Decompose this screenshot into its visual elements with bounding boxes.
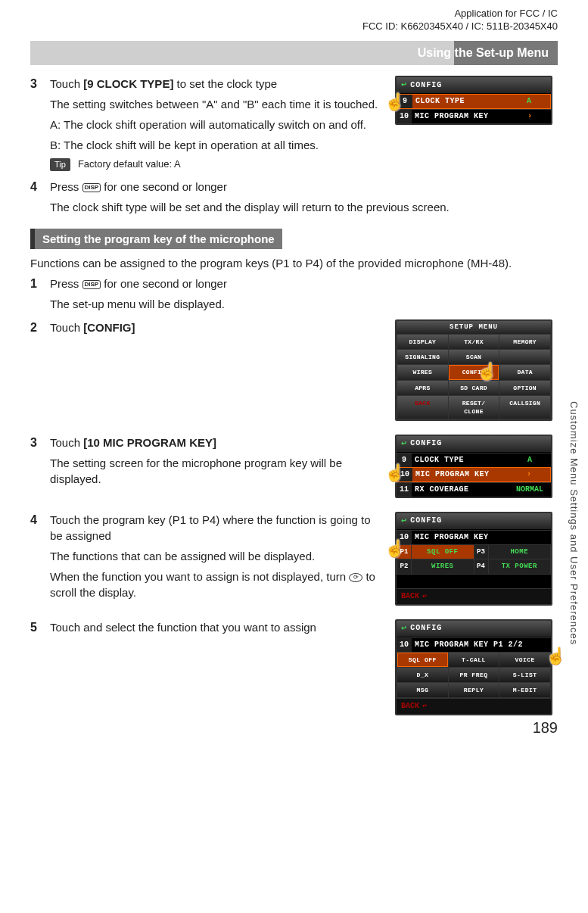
menu-reset-clone[interactable]: RESET/ CLONE bbox=[449, 396, 499, 419]
option-b: B: The clock shift will be kept in opera… bbox=[50, 137, 383, 153]
menu-data[interactable]: DATA bbox=[499, 365, 550, 379]
back-arrow-icon: ↩ bbox=[401, 438, 407, 450]
ref-9-clock-type: [9 CLOCK TYPE] bbox=[83, 77, 173, 90]
row-num: 10 bbox=[397, 110, 412, 123]
row-label: RX COVERAGE bbox=[412, 483, 509, 497]
step-number: 4 bbox=[30, 179, 50, 220]
row-label: MIC PROGRAM KEY bbox=[412, 110, 509, 123]
row-value: A bbox=[508, 95, 550, 108]
pkey-p2[interactable]: P2 bbox=[397, 559, 411, 574]
step-5: 5 Touch and select the function that you… bbox=[30, 619, 383, 640]
row-value: A bbox=[509, 453, 551, 467]
page-number: 189 bbox=[533, 717, 558, 738]
header-line1: Application for FCC / IC bbox=[30, 8, 558, 20]
step3-desc: The setting switches between "A" and "B"… bbox=[50, 96, 383, 112]
pkey-p3-val[interactable]: HOME bbox=[489, 545, 551, 559]
screen-title: CONFIG bbox=[410, 623, 442, 634]
header-line2: FCC ID: K6620345X40 / IC: 511B-20345X40 bbox=[30, 20, 558, 33]
menu-wires[interactable]: WIRES bbox=[397, 365, 448, 379]
back-button[interactable]: BACK↩ bbox=[397, 588, 551, 604]
config-row-10[interactable]: 10 MIC PROGRAM KEY › bbox=[397, 109, 551, 123]
func-voice[interactable]: VOICE bbox=[499, 653, 550, 667]
config-row-9[interactable]: 9 CLOCK TYPE A bbox=[397, 453, 551, 467]
pkey-p4-val[interactable]: TX POWER bbox=[489, 559, 551, 574]
back-button[interactable]: BACK↩ bbox=[397, 698, 551, 714]
menu-option[interactable]: OPTION bbox=[499, 381, 550, 395]
func-msg[interactable]: MSG bbox=[397, 683, 448, 697]
touch-hand-icon: ☝ bbox=[384, 91, 404, 111]
row-label: MIC PROGRAM KEY P1 2/2 bbox=[412, 638, 551, 652]
tip-text: Factory default value: A bbox=[78, 157, 181, 171]
config-row-9[interactable]: 9 CLOCK TYPE A bbox=[397, 94, 551, 109]
func-d-x[interactable]: D_X bbox=[397, 668, 448, 682]
back-arrow-icon: ↩ bbox=[401, 515, 407, 528]
menu-back[interactable]: BACK bbox=[397, 396, 448, 419]
step-2: 2 Touch [CONFIG] bbox=[30, 319, 383, 340]
func-m-edit[interactable]: M-EDIT bbox=[499, 683, 550, 697]
step1-desc: The set-up menu will be displayed. bbox=[50, 296, 558, 312]
row-label: MIC PROGRAM KEY bbox=[412, 531, 551, 544]
func-t-call[interactable]: T-CALL bbox=[449, 653, 499, 667]
back-arrow-icon: ↩ bbox=[401, 79, 407, 92]
touch-hand-icon: ☝ bbox=[384, 462, 404, 481]
back-arrow-icon: ↩ bbox=[422, 591, 427, 602]
step-4b: 4 Touch the program key (P1 to P4) where… bbox=[30, 512, 383, 605]
func-pr-freq[interactable]: PR FREQ bbox=[449, 668, 499, 682]
step-number: 3 bbox=[30, 76, 50, 176]
step-number: 3 bbox=[30, 435, 50, 491]
step-number: 4 bbox=[30, 512, 50, 605]
step-number: 2 bbox=[30, 319, 50, 340]
menu-display[interactable]: DISPLAY bbox=[397, 335, 448, 349]
disp-button-icon: DISP bbox=[82, 280, 101, 289]
row-value: NORMAL bbox=[509, 483, 551, 497]
step5-line1: Touch and select the function that you w… bbox=[50, 619, 383, 635]
menu-memory[interactable]: MEMORY bbox=[499, 335, 550, 349]
step-3b: 3 Touch [10 MIC PROGRAM KEY] The setting… bbox=[30, 435, 383, 491]
pkey-p4[interactable]: P4 bbox=[474, 559, 488, 574]
subheading: Setting the program key of the microphon… bbox=[30, 229, 282, 249]
tip-badge: Tip bbox=[50, 158, 70, 171]
back-arrow-icon: ↩ bbox=[401, 622, 407, 635]
row-label: CLOCK TYPE bbox=[412, 95, 508, 108]
step-4: 4 Press DISP for one second or longer Th… bbox=[30, 179, 558, 220]
back-arrow-icon: ↩ bbox=[422, 701, 427, 712]
screen-pkeys: ↩CONFIG 10 MIC PROGRAM KEY P1 SQL OFF P3… bbox=[395, 512, 552, 606]
pkey-p1-val[interactable]: SQL OFF bbox=[412, 545, 474, 559]
doc-header: Application for FCC / IC FCC ID: K662034… bbox=[30, 8, 558, 33]
intro-text: Functions can be assigned to the program… bbox=[30, 255, 558, 271]
touch-hand-icon: ☝ bbox=[384, 538, 404, 557]
screen-title: CONFIG bbox=[410, 80, 442, 91]
step4b-line1: Touch the program key (P1 to P4) where t… bbox=[50, 512, 383, 544]
section-title: Using the Set-up Menu bbox=[39, 45, 549, 61]
menu-signaling[interactable]: SIGNALING bbox=[397, 350, 448, 364]
touch-hand-icon: ☝ bbox=[477, 360, 496, 380]
step-3: 3 Touch [9 CLOCK TYPE] to set the clock … bbox=[30, 76, 383, 176]
func-reply[interactable]: REPLY bbox=[449, 683, 499, 697]
menu-sdcard[interactable]: SD CARD bbox=[449, 381, 499, 395]
step-number: 5 bbox=[30, 619, 50, 640]
side-chapter-label: Customize Menu Settings and User Prefere… bbox=[567, 401, 580, 645]
dial-icon: ⟳ bbox=[349, 573, 362, 582]
tip: Tip Factory default value: A bbox=[50, 157, 383, 171]
step4b-line2: The functions that can be assigned will … bbox=[50, 548, 383, 564]
config-row-10[interactable]: 10 MIC PROGRAM KEY › bbox=[397, 467, 551, 482]
pkeys-header: 10 MIC PROGRAM KEY bbox=[397, 530, 551, 544]
menu-gm[interactable] bbox=[499, 350, 550, 364]
func-sql-off[interactable]: SQL OFF bbox=[397, 653, 448, 667]
screen-title: SETUP MENU bbox=[397, 321, 551, 334]
screen-setup-menu: SETUP MENU DISPLAY TX/RX MEMORY SIGNALIN… bbox=[395, 319, 552, 421]
pkey-p2-val[interactable]: WIRES bbox=[412, 559, 474, 574]
row-label: CLOCK TYPE bbox=[412, 453, 509, 467]
row-num: 11 bbox=[397, 483, 412, 497]
menu-aprs[interactable]: APRS bbox=[397, 381, 448, 395]
step3b-desc: The setting screen for the microphone pr… bbox=[50, 455, 383, 487]
func-s-list[interactable]: S-LIST bbox=[499, 668, 550, 682]
row-label: MIC PROGRAM KEY bbox=[412, 468, 508, 481]
menu-callsign[interactable]: CALLSIGN bbox=[499, 396, 550, 419]
config-row-11[interactable]: 11 RX COVERAGE NORMAL bbox=[397, 482, 551, 497]
screen-title: CONFIG bbox=[410, 516, 442, 526]
menu-txrx[interactable]: TX/RX bbox=[449, 335, 499, 349]
pkey-p3[interactable]: P3 bbox=[474, 545, 488, 559]
section-bar: Using the Set-up Menu bbox=[30, 41, 558, 65]
row-num: 10 bbox=[397, 638, 412, 652]
